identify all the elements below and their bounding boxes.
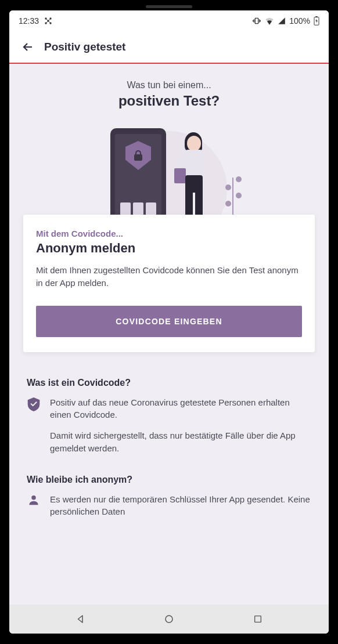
signal-icon bbox=[278, 17, 286, 25]
battery-charging-icon bbox=[314, 16, 319, 26]
svg-point-8 bbox=[31, 495, 36, 500]
info-title: Was ist ein Covidcode? bbox=[27, 378, 311, 388]
hero: Was tun bei einem... positiven Test? bbox=[9, 64, 329, 218]
nav-recent-button[interactable] bbox=[240, 607, 275, 631]
status-bar: 12:33 100% bbox=[9, 10, 329, 31]
info-section-anonymous: Wie bleibe ich anonym? Es werden nur die… bbox=[9, 463, 329, 519]
illustration-phone bbox=[110, 128, 166, 218]
card-title: Anonym melden bbox=[36, 241, 302, 256]
screen: 12:33 100% bbox=[9, 10, 329, 634]
arrow-left-icon bbox=[21, 40, 35, 54]
svg-rect-7 bbox=[315, 16, 317, 17]
info-row: Es werden nur die temporären Schlüssel I… bbox=[27, 493, 311, 519]
page-title: Positiv getestet bbox=[44, 41, 125, 53]
device-speaker bbox=[146, 5, 192, 8]
status-time: 12:33 bbox=[19, 16, 39, 26]
square-recent-icon bbox=[253, 614, 263, 624]
sharing-icon bbox=[44, 16, 53, 26]
device-frame: 12:33 100% bbox=[0, 0, 338, 644]
svg-rect-5 bbox=[256, 18, 258, 23]
svg-point-9 bbox=[166, 616, 172, 623]
card-text: Mit dem Ihnen zugestellten Covidcode kön… bbox=[36, 264, 302, 290]
person-icon bbox=[27, 493, 41, 519]
nav-back-button[interactable] bbox=[63, 607, 98, 631]
wifi-icon bbox=[265, 17, 274, 25]
info-title: Wie bleibe ich anonym? bbox=[27, 475, 311, 485]
svg-rect-10 bbox=[254, 616, 261, 623]
vibrate-icon bbox=[252, 16, 261, 26]
nav-home-button[interactable] bbox=[152, 607, 186, 631]
shield-check-icon bbox=[27, 396, 41, 455]
illustration-person bbox=[177, 132, 217, 218]
content-scroll[interactable]: Was tun bei einem... positiven Test? bbox=[9, 64, 329, 605]
circle-home-icon bbox=[164, 614, 174, 624]
battery-text: 100% bbox=[289, 16, 310, 26]
illustration bbox=[23, 120, 315, 218]
system-nav-bar bbox=[9, 605, 329, 634]
info-text: Positiv auf das neue Coronavirus geteste… bbox=[50, 396, 311, 455]
enter-covidcode-button[interactable]: COVIDCODE EINGEBEN bbox=[36, 306, 302, 337]
info-row: Positiv auf das neue Coronavirus geteste… bbox=[27, 396, 311, 455]
back-button[interactable] bbox=[16, 35, 39, 59]
status-right: 100% bbox=[252, 16, 319, 26]
app-bar: Positiv getestet bbox=[9, 31, 329, 64]
hero-subtitle: Was tun bei einem... bbox=[23, 80, 315, 91]
hero-title: positiven Test? bbox=[23, 93, 315, 109]
info-section-what-is: Was ist ein Covidcode? Positiv auf das n… bbox=[9, 352, 329, 455]
shield-lock-icon bbox=[125, 141, 151, 170]
illustration-plant bbox=[224, 172, 242, 218]
covidcode-card: Mit dem Covidcode... Anonym melden Mit d… bbox=[23, 215, 315, 352]
triangle-back-icon bbox=[75, 614, 86, 624]
card-subtitle: Mit dem Covidcode... bbox=[36, 229, 302, 238]
info-text: Es werden nur die temporären Schlüssel I… bbox=[50, 493, 311, 519]
status-left: 12:33 bbox=[19, 16, 53, 26]
